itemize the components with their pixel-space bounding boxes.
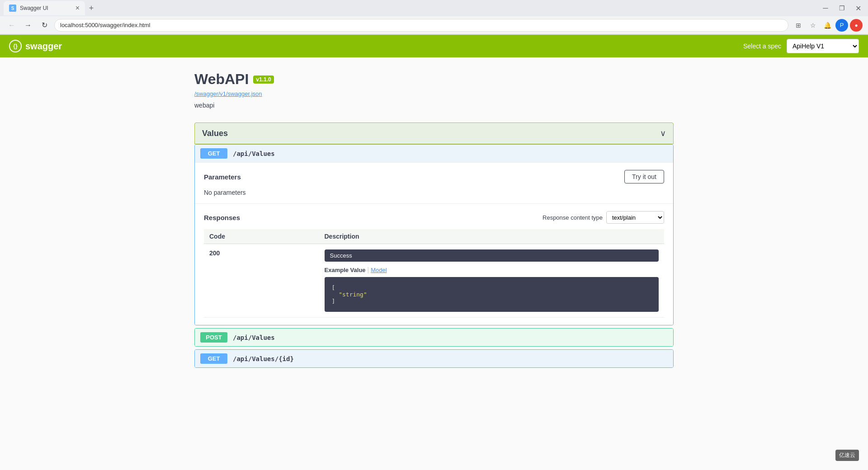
responses-table: Code Description 200 Success Example V [204,229,664,318]
method-badge-post: POST [200,332,227,343]
swagger-logo: {} swagger [9,40,62,52]
spec-selector: Select a spec ApiHelp V1 [743,39,859,53]
try-it-out-button[interactable]: Try it out [624,170,664,183]
spec-selector-dropdown[interactable]: ApiHelp V1 [787,39,859,53]
operation-get-values-id-header[interactable]: GET /api/Values/{id} [195,350,673,367]
swagger-logo-icon: {} [9,40,22,52]
operation-get-values: GET /api/Values Parameters Try it out No… [194,144,674,325]
swagger-logo-text: swagger [25,41,62,52]
forward-button[interactable]: → [22,19,34,32]
address-bar-input[interactable] [54,19,788,32]
tab-favicon: S [9,5,16,12]
api-info: WebAPI v1.1.0 /swagger/v1/swagger.json w… [194,71,674,109]
parameters-section-header: Parameters Try it out [204,170,664,183]
browser-address-bar: ← → ↻ ⊞ ☆ 🔔 P ● [0,16,868,34]
main-content: WebAPI v1.1.0 /swagger/v1/swagger.json w… [185,57,683,390]
method-badge-get-id: GET [200,353,227,364]
operation-post-values-header[interactable]: POST /api/Values [195,329,673,346]
api-description: webapi [194,102,674,109]
success-badge: Success [325,249,659,262]
browser-tab-active[interactable]: S Swagger UI × [4,1,85,15]
response-description-200: Success Example Value | Model [ "string"… [319,244,665,318]
extension-icon[interactable]: ● [850,19,863,32]
responses-title: Responses [204,214,240,221]
notifications-icon[interactable]: 🔔 [821,19,834,32]
values-section-title: Values [202,129,228,138]
code-snippet-200: [ "string" ] [325,277,659,312]
values-section-header[interactable]: Values ∨ [194,122,674,144]
operation-get-values-id: GET /api/Values/{id} [194,349,674,368]
api-url-link[interactable]: /swagger/v1/swagger.json [194,90,674,97]
operation-path-post-values: /api/Values [233,334,275,341]
translate-icon[interactable]: ⊞ [792,19,805,32]
code-string-value: "string" [339,291,367,298]
browser-tab-bar: S Swagger UI × + ─ ❐ ✕ [0,0,868,16]
back-button[interactable]: ← [5,19,18,32]
new-tab-button[interactable]: + [85,2,98,14]
operation-get-values-detail: Parameters Try it out No parameters Resp… [195,162,673,325]
bookmark-icon[interactable]: ☆ [807,19,819,32]
browser-chrome: S Swagger UI × + ─ ❐ ✕ ← → ↻ ⊞ ☆ 🔔 P ● [0,0,868,35]
values-section-chevron: ∨ [660,128,666,138]
parameters-title: Parameters [204,173,241,181]
operation-path-get-values: /api/Values [233,150,275,157]
operation-path-get-values-id: /api/Values/{id} [233,355,294,362]
close-window-button[interactable]: ✕ [852,2,864,14]
api-version-badge: v1.1.0 [253,75,274,84]
code-column-header: Code [204,229,319,244]
example-value-tabs: Example Value | Model [325,266,659,273]
response-content-type-select[interactable]: text/plain application/json text/json [606,211,664,224]
response-content-type-label: Response content type [542,214,603,221]
tab-close-button[interactable]: × [75,5,80,12]
response-row-200: 200 Success Example Value | Model [ "str… [204,244,664,318]
tab-title: Swagger UI [20,5,48,11]
minimize-button[interactable]: ─ [819,2,832,14]
example-value-tab[interactable]: Example Value [325,267,366,273]
tab-separator: | [368,266,369,273]
method-badge-get: GET [200,148,227,159]
profile-button[interactable]: P [835,19,848,32]
description-column-header: Description [319,229,665,244]
responses-section: Responses Response content type text/pla… [195,203,673,325]
refresh-button[interactable]: ↻ [38,19,51,32]
responses-header-row: Responses Response content type text/pla… [204,211,664,224]
api-title-row: WebAPI v1.1.0 [194,71,674,88]
no-parameters-text: No parameters [204,189,664,196]
restore-button[interactable]: ❐ [835,2,848,14]
parameters-section: Parameters Try it out No parameters [195,162,673,203]
operation-get-values-header[interactable]: GET /api/Values [195,145,673,162]
response-code-200: 200 [204,244,319,318]
spec-selector-label: Select a spec [743,42,781,50]
api-title: WebAPI [194,71,249,88]
swagger-header: {} swagger Select a spec ApiHelp V1 [0,35,868,57]
operation-post-values: POST /api/Values [194,328,674,347]
values-section: Values ∨ GET /api/Values Parameters Try … [194,122,674,368]
model-tab[interactable]: Model [371,267,387,273]
